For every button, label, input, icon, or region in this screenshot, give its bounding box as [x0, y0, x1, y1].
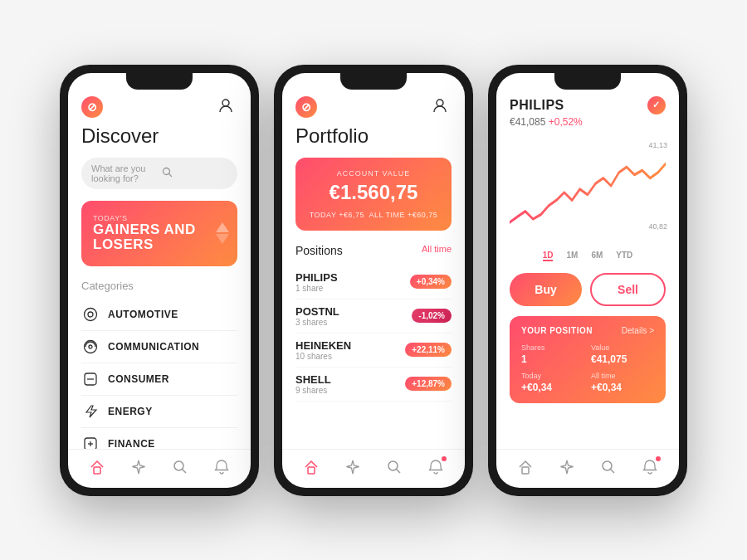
buy-button[interactable]: Buy: [510, 273, 582, 306]
postnl-change: -1,02%: [412, 309, 452, 323]
notch: [340, 73, 407, 90]
nav-bell-d[interactable]: [641, 458, 659, 476]
account-card: ACCOUNT VALUE €1.560,75 TODAY +€6,75 ALL…: [295, 158, 452, 231]
filter-6m[interactable]: 6M: [591, 251, 603, 261]
today-cell: Today +€0,34: [521, 372, 584, 393]
category-item-finance[interactable]: FINANCE: [81, 428, 237, 449]
time-filters: 1D 1M 6M YTD: [496, 246, 679, 266]
svg-rect-22: [522, 467, 529, 474]
alltime-pos-value: +€0,34: [591, 382, 654, 393]
position-grid: Shares 1 Value €41,075 Today +€0,34 All …: [521, 343, 654, 393]
position-card: YOUR POSITION Details > Shares 1 Value €…: [510, 316, 666, 403]
category-item-consumer[interactable]: CONSUMER: [81, 363, 237, 396]
banner-arrows: [216, 222, 229, 244]
position-title: YOUR POSITION: [521, 326, 593, 335]
svg-point-18: [437, 100, 443, 106]
check-badge: ✓: [647, 96, 666, 114]
finance-label: FINANCE: [108, 438, 155, 449]
details-link[interactable]: Details >: [622, 326, 654, 335]
nav-home-d[interactable]: [516, 458, 535, 476]
heineken-name: HEINEKEN: [295, 339, 351, 352]
svg-point-23: [603, 461, 612, 470]
chart-low-label: 40,82: [648, 222, 667, 231]
notch: [126, 73, 193, 90]
energy-label: ENERGY: [108, 406, 153, 417]
energy-icon: [81, 402, 100, 421]
filter-1m[interactable]: 1M: [566, 251, 578, 261]
price-value: €41,085: [510, 116, 545, 128]
heineken-shares: 10 shares: [295, 352, 351, 361]
nav-bell-p[interactable]: [427, 458, 445, 476]
today-pos-value: +€0,34: [521, 382, 584, 393]
categories-list: AUTOMOTIVE COMMUNICATION CONSUMER: [81, 299, 237, 449]
bell-dot-d: [656, 456, 661, 461]
search-placeholder: What are you looking for?: [91, 163, 157, 183]
philips-name: PHILIPS: [295, 271, 338, 284]
svg-point-4: [88, 312, 93, 317]
svg-point-1: [164, 168, 170, 175]
postnl-name: POSTNL: [295, 305, 339, 318]
search-bar[interactable]: What are you looking for?: [81, 158, 237, 189]
value-label: Value: [591, 343, 654, 352]
postnl-shares: 3 shares: [295, 318, 339, 327]
nav-search[interactable]: [171, 458, 189, 476]
nav-search-p[interactable]: [385, 458, 403, 476]
svg-point-5: [85, 340, 97, 353]
phone-detail: PHILIPS ✓ €41,085 +0,52% 41,13: [488, 65, 687, 496]
today-pos-label: Today: [521, 372, 584, 380]
nav-search-d[interactable]: [599, 458, 618, 476]
svg-line-21: [397, 469, 401, 473]
filter-1d[interactable]: 1D: [543, 251, 554, 261]
stock-heineken[interactable]: HEINEKEN 10 shares +22,11%: [295, 334, 452, 368]
shares-cell: Shares 1: [521, 343, 584, 365]
svg-point-6: [89, 345, 92, 348]
nav-home-p[interactable]: [302, 458, 320, 476]
chart-container: 41,13 40,82: [496, 139, 679, 239]
nav-bell[interactable]: [212, 458, 231, 476]
filter-ytd[interactable]: YTD: [616, 251, 632, 261]
svg-point-3: [85, 308, 97, 320]
notch-3: [554, 73, 621, 90]
svg-point-0: [222, 100, 229, 106]
position-header: YOUR POSITION Details >: [521, 326, 654, 335]
value-value: €41,075: [591, 353, 654, 365]
price-change: +0,52%: [549, 116, 583, 128]
nav-sparkle-d[interactable]: [558, 458, 576, 476]
account-label: ACCOUNT VALUE: [307, 169, 440, 178]
profile-icon-2[interactable]: [432, 97, 452, 117]
positions-label: Positions: [295, 244, 343, 257]
banner-title: GAINERS AND LOSERS: [93, 222, 226, 253]
category-item-energy[interactable]: ENERGY: [81, 396, 237, 428]
svg-line-2: [169, 174, 173, 178]
portfolio-screen: ⊘ Portfolio ACCOUNT VALUE €1.560,75 TODA…: [282, 73, 465, 488]
nav-sparkle-p[interactable]: [344, 458, 362, 476]
category-item-communication[interactable]: COMMUNICATION: [81, 331, 237, 363]
account-value: €1.560,75: [307, 181, 440, 204]
alltime-filter[interactable]: All time: [422, 244, 452, 257]
chart-high-label: 41,13: [648, 141, 667, 149]
alltime-cell: All time +€0,34: [591, 372, 654, 393]
stock-postnl[interactable]: POSTNL 3 shares -1,02%: [295, 299, 452, 334]
heineken-change: +22,11%: [405, 343, 452, 357]
nav-sparkle[interactable]: [129, 458, 148, 476]
svg-line-17: [183, 469, 187, 473]
nav-home[interactable]: [88, 458, 106, 476]
svg-point-20: [388, 461, 398, 470]
portfolio-bottom-nav: [282, 449, 465, 488]
stock-philips[interactable]: PHILIPS 1 share +0,34%: [295, 265, 452, 299]
positions-header: Positions All time: [295, 244, 452, 257]
portfolio-title: Portfolio: [295, 124, 452, 148]
arrow-down-icon: [216, 234, 229, 244]
sell-button[interactable]: Sell: [590, 273, 666, 306]
app-logo: ⊘: [81, 96, 103, 118]
gainers-losers-banner[interactable]: Today's GAINERS AND LOSERS: [81, 201, 237, 266]
communication-label: COMMUNICATION: [108, 341, 199, 353]
category-item-automotive[interactable]: AUTOMOTIVE: [81, 299, 237, 331]
detail-screen: PHILIPS ✓ €41,085 +0,52% 41,13: [496, 73, 679, 488]
stock-shell[interactable]: SHELL 9 shares +12,87%: [295, 368, 452, 402]
today-stat: TODAY +€6,75: [310, 211, 364, 219]
account-stats: TODAY +€6,75 ALL TIME +€60,75: [307, 211, 440, 219]
automotive-icon: [81, 305, 100, 324]
banner-subtitle: Today's: [93, 214, 226, 222]
profile-icon[interactable]: [217, 97, 237, 117]
